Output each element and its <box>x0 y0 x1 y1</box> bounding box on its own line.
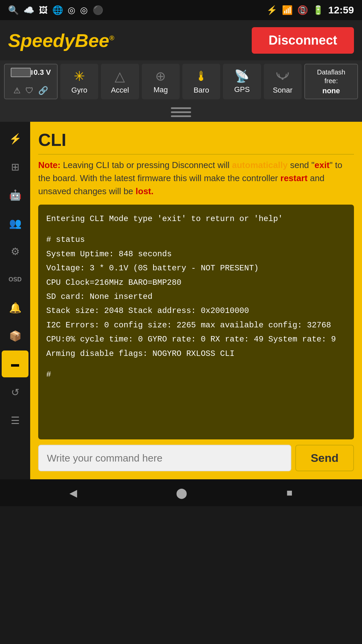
sidebar-item-robot[interactable]: 🤖 <box>2 181 28 208</box>
cli-icon: ▬ <box>11 359 19 369</box>
cli-content: CLI Note: Leaving CLI tab or pressing Di… <box>30 122 362 479</box>
box-icon: 📦 <box>9 330 21 342</box>
dataflash-label: Dataflashfree: <box>317 68 346 85</box>
sonar-icon <box>276 69 290 84</box>
gps-label: GPS <box>234 85 250 94</box>
sensor-bar: 0.3 V ⚠ 🛡 🔗 ✳ Gyro △ Accel ⊕ Mag 🌡 Baro … <box>0 60 362 103</box>
sidebar-item-menu[interactable]: ☰ <box>2 407 28 434</box>
sensor-baro-button[interactable]: 🌡 Baro <box>182 64 220 99</box>
cli-title: CLI <box>38 130 354 155</box>
home-button[interactable]: ⬤ <box>176 487 187 499</box>
sensor-mag-button[interactable]: ⊕ Mag <box>142 64 180 99</box>
sensor-gyro-button[interactable]: ✳ Gyro <box>60 64 98 99</box>
sidebar-item-box[interactable]: 📦 <box>2 322 28 349</box>
battery-box: 0.3 V ⚠ 🛡 🔗 <box>4 64 58 99</box>
status-bar: 🔍 ☁️ 🖼 🌐 ◎ ◎ ⚫ ⚡ 📶 📵 🔋 12:59 <box>0 0 362 20</box>
osd-label: OSD <box>8 276 21 283</box>
analytics-icon: ↺ <box>11 386 19 398</box>
menu-divider <box>0 103 362 122</box>
sensor-sonar-button[interactable]: Sonar <box>264 64 302 99</box>
note-label: Note: <box>38 160 60 170</box>
sonar-label: Sonar <box>273 86 293 95</box>
baro-label: Baro <box>193 86 209 95</box>
note-exit: exit <box>314 160 329 170</box>
battery-icon <box>11 68 31 77</box>
header: SpeedyBee® Disconnect <box>0 20 362 60</box>
sim-icon: 📵 <box>297 5 308 15</box>
sidebar-item-bell[interactable]: 🔔 <box>2 294 28 321</box>
note-lost: lost. <box>136 186 154 196</box>
hamburger-icon <box>171 107 191 117</box>
image-icon: 🖼 <box>39 5 48 15</box>
sidebar-item-users[interactable]: 👥 <box>2 210 28 236</box>
logo-yellow: Bee <box>75 30 109 51</box>
recents-button[interactable]: ■ <box>286 487 292 498</box>
cli-command-input[interactable] <box>38 445 291 471</box>
users-icon: 👥 <box>9 217 21 229</box>
disconnect-button[interactable]: Disconnect <box>252 27 354 54</box>
dataflash-value: none <box>322 87 340 95</box>
battery-top: 0.3 V <box>11 68 51 77</box>
terminal-line: System Uptime: 848 seconds <box>46 248 346 261</box>
globe-icon: 🌐 <box>52 5 63 15</box>
search-icon: 🔍 <box>8 5 19 15</box>
sidebar-item-flash[interactable]: ⚡ <box>2 125 28 152</box>
dot-icon: ⚫ <box>93 5 103 15</box>
svg-point-0 <box>282 78 284 80</box>
logo-reg: ® <box>109 34 114 42</box>
sidebar-item-osd[interactable]: OSD <box>2 266 28 293</box>
cli-note: Note: Leaving CLI tab or pressing Discon… <box>38 159 354 198</box>
gps-icon: 📡 <box>234 69 249 83</box>
flash-icon: ⚡ <box>9 133 21 145</box>
terminal-line: # <box>46 368 346 381</box>
terminal-line: Voltage: 3 * 0.1V (0S battery - NOT PRES… <box>46 262 346 275</box>
battery-status-icon: 🔋 <box>313 5 323 15</box>
cli-input-bar: Send <box>38 445 354 479</box>
terminal-line: # status <box>46 233 346 246</box>
gyro-icon: ✳ <box>74 68 85 84</box>
terminal-line: I2C Errors: 0 config size: 2265 max avai… <box>46 319 346 332</box>
terminal-line: Arming disable flags: NOGYRO RXLOSS CLI <box>46 347 346 360</box>
time-display: 12:59 <box>328 4 354 16</box>
send-button[interactable]: Send <box>295 445 354 471</box>
status-icons-right: ⚡ 📶 📵 🔋 12:59 <box>266 4 354 16</box>
sidebar: ⚡ ⊞ 🤖 👥 ⚙ OSD 🔔 📦 ▬ ↺ ☰ <box>0 122 30 479</box>
logo-white: Speedy <box>8 30 75 51</box>
circle-icon: ◎ <box>68 5 75 15</box>
sidebar-item-gear[interactable]: ⚙ <box>2 238 28 265</box>
terminal-line: Stack size: 2048 Stack address: 0x200100… <box>46 305 346 317</box>
sidebar-item-analytics[interactable]: ↺ <box>2 379 28 406</box>
back-button[interactable]: ◀ <box>69 487 77 499</box>
wifi-icon: 📶 <box>282 5 293 15</box>
baro-icon: 🌡 <box>195 69 208 84</box>
sensor-gps-button[interactable]: 📡 GPS <box>223 64 261 99</box>
status-icons-left: 🔍 ☁️ 🖼 🌐 ◎ ◎ ⚫ <box>8 5 103 15</box>
note-auto: automatically <box>232 160 288 170</box>
battery-icons-row: ⚠ 🛡 🔗 <box>13 86 48 95</box>
bell-icon: 🔔 <box>9 302 21 314</box>
note-restart: restart <box>281 173 308 183</box>
accel-icon: △ <box>115 68 125 84</box>
android-nav-bar: ◀ ⬤ ■ <box>0 479 362 506</box>
cli-terminal: Entering CLI Mode type 'exit' to return … <box>38 205 354 439</box>
network-icon: ⊞ <box>11 161 19 173</box>
terminal-line: Entering CLI Mode type 'exit' to return … <box>46 213 346 225</box>
circle2-icon: ◎ <box>80 5 88 15</box>
note-text1: Leaving CLI tab or pressing Disconnect w… <box>60 160 232 170</box>
mag-icon: ⊕ <box>155 69 166 84</box>
robot-icon: 🤖 <box>9 189 21 201</box>
sidebar-item-network[interactable]: ⊞ <box>2 153 28 180</box>
mag-label: Mag <box>154 86 168 94</box>
terminal-line: CPU Clock=216MHz BARO=BMP280 <box>46 276 346 289</box>
battery-voltage: 0.3 V <box>34 68 51 77</box>
dataflash-box: Dataflashfree: none <box>304 64 358 99</box>
terminal-line: CPU:0% cycle time: 0 GYRO rate: 0 RX rat… <box>46 333 346 346</box>
link-icon: 🔗 <box>38 86 48 95</box>
shield-icon: 🛡 <box>25 86 34 95</box>
logo-text: SpeedyBee® <box>8 30 114 51</box>
sensor-accel-button[interactable]: △ Accel <box>101 64 139 99</box>
gear-icon: ⚙ <box>11 246 20 257</box>
sidebar-item-cli[interactable]: ▬ <box>2 351 28 377</box>
weather-icon: ☁️ <box>23 5 34 15</box>
menu-icon: ☰ <box>11 415 20 426</box>
